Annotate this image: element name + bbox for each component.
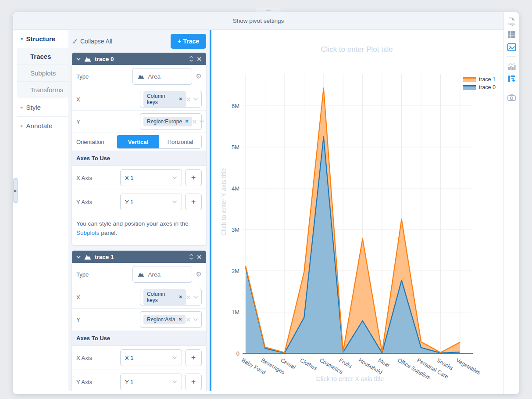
add-trace-button[interactable]: + Trace bbox=[171, 34, 206, 49]
sidebar-section-style[interactable]: ▸ Style bbox=[17, 98, 68, 117]
chip-remove-icon[interactable]: ✕ bbox=[185, 119, 189, 124]
add-y-axis-button[interactable]: + bbox=[185, 374, 202, 390]
trace-type-dropdown[interactable]: Area bbox=[132, 266, 192, 283]
plot-area[interactable]: Click to enter Plot title 01M2M3M4M5M6MB… bbox=[210, 30, 503, 391]
y-axis-label: Y Axis bbox=[76, 199, 92, 205]
clear-icon[interactable] bbox=[186, 97, 191, 102]
svg-text:Clothes: Clothes bbox=[299, 357, 318, 372]
move-trace-icon[interactable] bbox=[189, 254, 193, 260]
y-axis-select[interactable]: Y 1 bbox=[120, 374, 182, 390]
add-x-axis-button[interactable]: + bbox=[185, 349, 202, 366]
table-grid-icon[interactable] bbox=[507, 29, 516, 39]
x-axis-select[interactable]: X 1 bbox=[120, 169, 182, 186]
add-x-axis-button[interactable]: + bbox=[185, 169, 202, 186]
legend-item-trace-0[interactable]: trace 0 bbox=[463, 84, 496, 90]
right-toolbar: SQL bbox=[503, 12, 519, 394]
area-chart-icon bbox=[138, 272, 144, 277]
show-pivot-settings-toggle[interactable]: Show pivot settings bbox=[233, 18, 284, 24]
y-label: Y bbox=[76, 316, 80, 323]
y-data-chip: Region:Europe ✕ bbox=[143, 117, 192, 126]
y-label: Y bbox=[76, 119, 80, 125]
trace-type-dropdown[interactable]: Area bbox=[132, 68, 192, 85]
clear-icon[interactable] bbox=[186, 295, 191, 300]
svg-text:5M: 5M bbox=[232, 144, 239, 151]
chip-remove-icon[interactable]: ✕ bbox=[179, 317, 182, 322]
camera-icon[interactable] bbox=[507, 93, 516, 102]
clear-icon[interactable] bbox=[192, 119, 197, 124]
trace-type-value: Area bbox=[148, 271, 161, 278]
chevron-down-icon[interactable] bbox=[193, 295, 198, 299]
expand-panel-handle[interactable]: ▶ bbox=[13, 178, 18, 203]
orientation-label: Orientation bbox=[76, 139, 104, 145]
chart-legend: trace 1 trace 0 bbox=[463, 76, 496, 90]
area-chart-icon bbox=[138, 74, 144, 79]
chevron-down-icon[interactable] bbox=[193, 318, 198, 321]
chevron-down-icon[interactable] bbox=[199, 120, 204, 123]
orientation-horizontal-button[interactable]: Horizontal bbox=[159, 135, 201, 148]
sidebar-item-traces[interactable]: Traces bbox=[17, 48, 68, 65]
legend-swatch bbox=[463, 77, 476, 82]
pivot-icon[interactable] bbox=[507, 74, 516, 83]
collapse-all-button[interactable]: Collapse All bbox=[72, 38, 112, 45]
chevron-down-icon: ▾ bbox=[21, 36, 23, 42]
area-chart[interactable]: 01M2M3M4M5M6MBaby FoodBeveragesCerealClo… bbox=[211, 30, 502, 391]
chip-remove-icon[interactable]: ✕ bbox=[179, 295, 182, 299]
y-axis-select[interactable]: Y 1 bbox=[120, 194, 182, 210]
sql-icon[interactable]: SQL bbox=[507, 17, 516, 26]
plot-title-placeholder[interactable]: Click to enter Plot title bbox=[211, 45, 502, 54]
y-data-selector[interactable]: Region:Europe ✕ bbox=[140, 113, 202, 130]
chevron-down-icon bbox=[172, 356, 177, 359]
y-data-selector[interactable]: Region:Asia ✕ bbox=[140, 311, 202, 328]
sidebar-section-label: Annotate bbox=[26, 122, 53, 129]
axes-to-use-header: Axes To Use bbox=[72, 331, 206, 346]
clear-icon[interactable] bbox=[186, 317, 191, 322]
sidebar-section-label: Style bbox=[26, 104, 41, 111]
area-chart-icon bbox=[84, 56, 91, 62]
gear-icon[interactable]: ⚙ bbox=[196, 270, 202, 278]
sidebar-section-annotate[interactable]: ▸ Annotate bbox=[17, 117, 68, 135]
close-trace-icon[interactable] bbox=[197, 255, 202, 259]
close-trace-icon[interactable] bbox=[197, 57, 202, 61]
expand-arrow-icon: ▶ bbox=[14, 189, 17, 192]
structure-sidebar: ▾ Structure Traces Subplots Transforms ▸… bbox=[17, 30, 68, 391]
sidebar-item-subplots[interactable]: Subplots bbox=[17, 65, 68, 82]
svg-text:6M: 6M bbox=[232, 103, 239, 109]
y-data-chip: Region:Asia ✕ bbox=[143, 315, 186, 324]
sidebar-section-structure[interactable]: ▾ Structure bbox=[17, 30, 68, 48]
chevron-down-icon bbox=[76, 255, 81, 259]
trace-editor-panel: Collapse All + Trace trace 0 bbox=[68, 30, 210, 391]
chevron-right-icon: ▸ bbox=[21, 123, 23, 129]
chevron-down-icon bbox=[172, 200, 177, 204]
app-stage: Show pivot settings ▶ ▾ Structure Tr bbox=[0, 0, 532, 399]
orientation-vertical-button[interactable]: Vertical bbox=[117, 135, 159, 148]
x-data-chip: Column keys ✕ bbox=[143, 289, 186, 305]
x-data-selector[interactable]: Column keys ✕ bbox=[140, 91, 202, 108]
sidebar-item-transforms[interactable]: Transforms bbox=[17, 82, 68, 98]
x-axis-select[interactable]: X 1 bbox=[120, 349, 182, 366]
move-trace-icon[interactable] bbox=[189, 56, 193, 62]
gear-icon[interactable]: ⚙ bbox=[196, 72, 202, 80]
x-data-selector[interactable]: Column keys ✕ bbox=[140, 289, 202, 306]
trace-1-header[interactable]: trace 1 bbox=[72, 251, 206, 263]
x-data-chip: Column keys ✕ bbox=[143, 91, 186, 107]
area-chart-icon bbox=[84, 254, 91, 260]
svg-text:SQL: SQL bbox=[508, 22, 516, 26]
combo-chart-icon[interactable] bbox=[507, 61, 516, 71]
chevron-down-icon[interactable] bbox=[193, 97, 198, 101]
svg-text:Meat: Meat bbox=[377, 357, 391, 369]
x-label: X bbox=[76, 294, 80, 301]
add-y-axis-button[interactable]: + bbox=[185, 194, 202, 210]
legend-item-trace-1[interactable]: trace 1 bbox=[463, 76, 496, 83]
subplots-link[interactable]: Subplots bbox=[76, 230, 100, 236]
trace-0-header[interactable]: trace 0 bbox=[72, 53, 206, 65]
x-axis-label: X Axis bbox=[76, 175, 92, 181]
legend-label: trace 0 bbox=[479, 84, 496, 90]
legend-label: trace 1 bbox=[479, 76, 496, 83]
svg-text:3M: 3M bbox=[232, 226, 239, 233]
chevron-right-icon: ▸ bbox=[21, 104, 23, 110]
type-label: Type bbox=[76, 73, 89, 80]
chart-image-icon[interactable] bbox=[507, 42, 516, 52]
axes-to-use-header: Axes To Use bbox=[72, 151, 206, 166]
legend-swatch bbox=[463, 85, 476, 90]
chip-remove-icon[interactable]: ✕ bbox=[179, 97, 182, 101]
